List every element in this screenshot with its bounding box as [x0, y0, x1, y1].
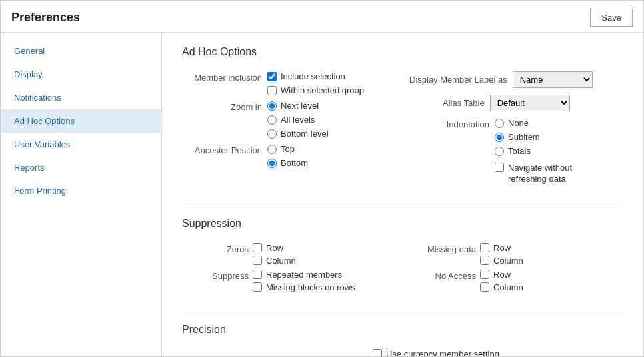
next-level-label: Next level	[281, 101, 319, 111]
all-levels-label: All levels	[281, 115, 315, 125]
navigate-checkbox[interactable]	[495, 163, 504, 172]
top-label: Top	[281, 144, 295, 154]
display-member-select[interactable]: Name Alias	[513, 71, 593, 88]
precision-title: Precision	[182, 324, 623, 336]
adhoc-section-title: Ad Hoc Options	[182, 46, 623, 58]
sidebar-item-uservars[interactable]: User Variables	[1, 133, 161, 156]
no-access-column-label: Column	[493, 282, 523, 292]
sidebar-item-general[interactable]: General	[1, 39, 161, 63]
suppress-label: Suppress	[182, 270, 249, 281]
save-button[interactable]: Save	[590, 9, 633, 27]
include-selection-checkbox[interactable]	[267, 72, 277, 81]
alias-table-label: Alias Table	[443, 98, 485, 108]
main-content: Ad Hoc Options Member inclusion Include …	[162, 33, 643, 356]
within-selected-group-checkbox[interactable]	[267, 86, 277, 95]
repeated-members-label: Repeated members	[266, 270, 342, 280]
next-level-radio[interactable]	[267, 101, 277, 111]
subitem-radio[interactable]	[495, 133, 504, 142]
include-selection-label: Include selection	[281, 71, 345, 81]
suppression-title: Suppression	[182, 218, 623, 230]
zeros-column-checkbox[interactable]	[253, 256, 262, 265]
top-radio[interactable]	[267, 145, 277, 154]
indentation-label: Indentation	[423, 118, 489, 129]
zeros-row-checkbox[interactable]	[253, 243, 262, 252]
member-inclusion-label: Member inclusion	[182, 71, 262, 83]
bottom-label: Bottom	[281, 158, 308, 168]
ancestor-position-label: Ancestor Position	[182, 144, 262, 155]
navigate-label: Navigate without refreshing data	[508, 163, 608, 185]
alias-table-select[interactable]: Default	[490, 95, 570, 111]
sidebar-item-formprint[interactable]: Form Printing	[1, 179, 161, 202]
all-levels-radio[interactable]	[267, 115, 277, 125]
sidebar-item-display[interactable]: Display	[1, 63, 161, 86]
sidebar-item-notifications[interactable]: Notifications	[1, 86, 161, 109]
no-access-row-checkbox[interactable]	[480, 270, 489, 279]
missing-data-row-checkbox[interactable]	[480, 243, 489, 252]
bottom-level-radio[interactable]	[267, 129, 277, 139]
none-radio[interactable]	[495, 119, 504, 128]
missing-data-label: Missing data	[409, 243, 476, 254]
zeros-column-label: Column	[266, 256, 296, 266]
bottom-level-label: Bottom level	[281, 129, 329, 139]
no-access-label: No Access	[409, 270, 476, 281]
totals-label: Totals	[508, 146, 531, 156]
zeros-label: Zeros	[182, 243, 249, 254]
use-currency-checkbox[interactable]	[373, 349, 382, 356]
no-access-column-checkbox[interactable]	[480, 282, 489, 292]
bottom-radio[interactable]	[267, 159, 277, 168]
repeated-members-checkbox[interactable]	[253, 270, 262, 279]
missing-data-column-checkbox[interactable]	[480, 256, 489, 265]
zoom-in-label: Zoom in	[182, 101, 262, 112]
totals-radio[interactable]	[495, 147, 504, 156]
missing-blocks-checkbox[interactable]	[253, 282, 262, 292]
no-access-row-label: Row	[493, 270, 511, 280]
sidebar: General Display Notifications Ad Hoc Opt…	[1, 33, 162, 356]
sidebar-item-reports[interactable]: Reports	[1, 156, 161, 179]
zeros-row-label: Row	[266, 243, 283, 253]
within-selected-group-label: Within selected group	[281, 85, 364, 95]
sidebar-item-adhoc[interactable]: Ad Hoc Options	[1, 109, 161, 133]
page-title: Preferences	[11, 11, 80, 25]
missing-blocks-label: Missing blocks on rows	[266, 282, 355, 292]
subitem-label: Subitem	[508, 132, 540, 142]
display-member-label: Display Member Label as	[409, 75, 507, 85]
missing-data-column-label: Column	[493, 256, 523, 266]
missing-data-row-label: Row	[493, 243, 511, 253]
none-label: None	[508, 118, 529, 128]
use-currency-label: Use currency member setting	[386, 349, 499, 356]
